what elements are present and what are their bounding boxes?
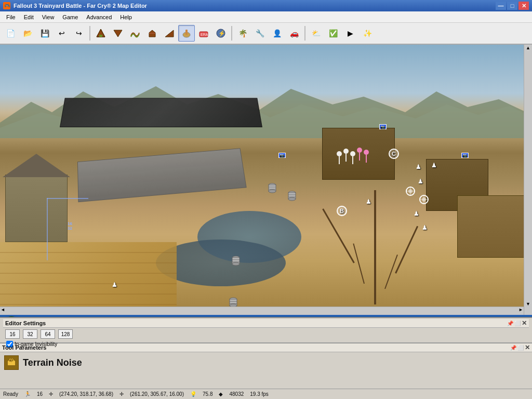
vehicle-button[interactable]: 🚗 [286,25,302,42]
weapon-button[interactable]: 👤 [269,25,285,42]
plateau-button[interactable] [144,25,161,42]
svg-rect-5 [149,33,155,34]
scroll-up-arrow[interactable]: ▲ [524,45,532,50]
menu-bar: File Edit View Game Advanced Help [0,11,532,23]
close-button[interactable]: ✕ [518,2,529,10]
selection-indicator-v [47,198,48,260]
poly-count: 48032 [229,391,244,397]
tool-float-button[interactable]: ⬜ [517,345,524,351]
cursor-pos-icon: ✛ [119,391,124,397]
app-icon: 🎮 [3,2,10,9]
editor-settings-title: Editor Settings [5,320,46,326]
light-value: 75.8 [203,391,212,397]
tool-pin-button[interactable]: 📌 [510,345,516,351]
erase-button[interactable]: ERASE [195,25,212,42]
svg-point-42 [288,197,296,201]
open-button[interactable]: 📂 [19,25,36,42]
fps-value: 19.3 fps [250,391,269,397]
respawn-icon-5: ♟ [416,163,421,170]
tool-params-title: Tool Parameters [2,344,46,351]
size-64-button[interactable]: 64 [41,329,55,339]
toolbar: 📄 📂 💾 ↩ ↪ ERASE ⚡ 🌴 🔧 👤 🚗 ⛅ ✅ ▶ ✨ [0,23,532,45]
horizontal-scrollbar[interactable]: ◄ ► [0,307,524,315]
respawn-icon-1: ♟ [366,198,371,205]
scroll-left-arrow[interactable]: ◄ [0,307,5,312]
panel-controls: 📌 ⬜ ✕ [507,320,527,327]
auto-button[interactable]: ✨ [359,25,376,42]
cursor-icon: ✛ [49,391,53,397]
terrain-noise-icon: 🏔 [4,355,19,370]
menu-game[interactable]: Game [58,13,82,21]
svg-point-47 [232,262,240,265]
tool-parameters-panel: Tool Parameters 📌 ⬜ ✕ 🏔 Terrain Noise [0,343,532,389]
new-button[interactable]: 📄 [2,25,19,42]
menu-file[interactable]: File [2,13,20,21]
size-16-button[interactable]: 16 [5,329,20,339]
character-button[interactable]: 🔧 [251,25,268,42]
editor-settings-header: Editor Settings 📌 ⬜ ✕ [3,319,529,328]
tool-panel-controls: 📌 ⬜ ✕ [510,344,530,351]
svg-text:ERASE: ERASE [201,33,209,36]
close-panel-button[interactable]: ✕ [522,320,527,327]
poly-icon: ◆ [219,391,223,397]
game-scene: 📷 📷 📷 C B [0,45,532,315]
respawn-icon-4: ♟ [418,178,423,185]
toolbar-sep-1 [89,26,90,41]
raise-terrain-button[interactable] [92,25,109,42]
scroll-right-arrow[interactable]: ► [518,307,524,312]
ramp-button[interactable] [161,25,178,42]
scroll-down-arrow[interactable]: ▼ [524,301,532,307]
viewport[interactable]: 📷 📷 📷 C B [0,45,532,315]
paint-button[interactable] [178,25,195,42]
run-icon: 🏃 [24,391,31,397]
svg-point-27 [343,149,349,154]
status-bar: Ready 🏃 16 ✛ (274.20, 318.17, 36.68) ✛ (… [0,389,532,399]
selection-indicator-h [47,198,88,199]
menu-advanced[interactable]: Advanced [82,13,116,21]
svg-marker-6 [165,30,174,37]
title-bar: 🎮 Fallout 3 Trainyard Battle - Far Cry® … [0,0,532,11]
marker-c: C [389,149,399,159]
save-button[interactable]: 💾 [36,25,53,42]
ring-marker-1 [405,186,416,197]
editor-settings-content: 16 32 64 128 [3,328,529,340]
barrel-icon-2 [287,190,297,203]
noise-button[interactable]: ⚡ [212,25,229,42]
lower-terrain-button[interactable] [110,25,126,42]
smooth-terrain-button[interactable] [127,25,143,42]
spawn-group-a [331,141,373,173]
ring-marker-2 [419,194,429,206]
respawn-icon-2: ♟ [414,210,419,217]
float-button[interactable]: ⬜ [514,321,521,326]
maximize-button[interactable]: □ [507,2,517,10]
window-title: Fallout 3 Trainyard Battle - Far Cry® 2 … [14,3,147,9]
svg-point-37 [269,190,276,193]
bottom-panel: Editor Settings 📌 ⬜ ✕ 16 32 64 128 In-ga… [0,317,532,399]
menu-view[interactable]: View [38,13,59,21]
svg-marker-3 [114,30,122,37]
redo-button[interactable]: ↪ [71,25,87,42]
toolbar-sep-3 [304,26,305,41]
play-button[interactable]: ▶ [342,25,358,42]
minimize-button[interactable]: — [496,2,506,10]
size-128-button[interactable]: 128 [58,329,73,339]
svg-text:⚡: ⚡ [218,30,225,37]
pin-button[interactable]: 📌 [507,321,513,326]
menu-help[interactable]: Help [116,13,136,21]
size-32-button[interactable]: 32 [23,329,37,339]
weather-button[interactable]: ⛅ [308,25,324,42]
validate-button[interactable]: ✅ [325,25,341,42]
menu-edit[interactable]: Edit [20,13,38,21]
barrel-icon-1 [268,182,277,195]
plant-trees-button[interactable]: 🌴 [234,25,251,42]
barrel-icon-3 [231,255,241,268]
undo-button[interactable]: ↩ [54,25,70,42]
tool-close-button[interactable]: ✕ [525,344,530,351]
cursor-position-value: (261.20, 305.67, 16.00) [130,391,184,397]
speed-value: 16 [37,391,43,397]
svg-rect-8 [185,30,188,35]
vertical-scrollbar[interactable]: ▲ ▼ [524,45,532,315]
respawn-icon-3: ♟ [422,224,428,231]
svg-point-29 [350,151,355,156]
editor-settings-panel: Editor Settings 📌 ⬜ ✕ 16 32 64 128 In-ga… [0,317,532,343]
